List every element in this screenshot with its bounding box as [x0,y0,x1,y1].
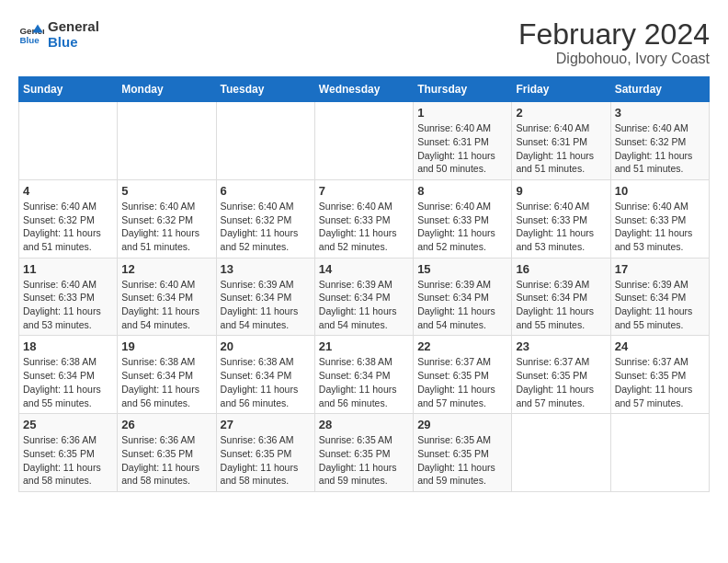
calendar-cell: 25Sunrise: 6:36 AMSunset: 6:35 PMDayligh… [19,414,118,492]
day-number: 23 [516,339,606,353]
day-info: Sunrise: 6:39 AMSunset: 6:34 PMDaylight:… [417,278,507,332]
calendar-table: SundayMondayTuesdayWednesdayThursdayFrid… [18,76,710,492]
day-number: 12 [121,262,211,276]
calendar-cell: 21Sunrise: 6:38 AMSunset: 6:34 PMDayligh… [314,336,413,414]
page-header: General Blue General Blue February 2024 … [18,18,710,67]
day-info: Sunrise: 6:40 AMSunset: 6:34 PMDaylight:… [121,278,211,332]
calendar-title: February 2024 [518,18,710,51]
weekday-header-monday: Monday [118,77,216,102]
day-number: 11 [23,262,113,276]
day-number: 21 [319,339,409,353]
day-number: 19 [121,339,211,353]
weekday-header-thursday: Thursday [414,77,512,102]
logo-general: General [48,18,99,34]
day-info: Sunrise: 6:40 AMSunset: 6:32 PMDaylight:… [615,121,705,176]
calendar-cell: 15Sunrise: 6:39 AMSunset: 6:34 PMDayligh… [414,258,512,336]
calendar-cell: 28Sunrise: 6:35 AMSunset: 6:35 PMDayligh… [314,414,413,492]
day-info: Sunrise: 6:37 AMSunset: 6:35 PMDaylight:… [615,355,705,409]
logo: General Blue General Blue [18,18,99,50]
day-info: Sunrise: 6:39 AMSunset: 6:34 PMDaylight:… [615,278,705,332]
day-number: 16 [516,262,606,276]
day-info: Sunrise: 6:40 AMSunset: 6:33 PMDaylight:… [615,200,705,254]
day-number: 9 [516,184,606,198]
weekday-header-row: SundayMondayTuesdayWednesdayThursdayFrid… [19,77,710,102]
logo-blue: Blue [48,34,99,50]
day-info: Sunrise: 6:40 AMSunset: 6:33 PMDaylight:… [23,278,113,332]
day-number: 25 [23,418,113,431]
calendar-cell: 9Sunrise: 6:40 AMSunset: 6:33 PMDaylight… [512,179,610,258]
weekday-header-wednesday: Wednesday [314,77,413,102]
day-info: Sunrise: 6:40 AMSunset: 6:33 PMDaylight:… [319,200,409,254]
day-info: Sunrise: 6:38 AMSunset: 6:34 PMDaylight:… [121,355,211,409]
day-info: Sunrise: 6:38 AMSunset: 6:34 PMDaylight:… [319,355,409,409]
day-info: Sunrise: 6:35 AMSunset: 6:35 PMDaylight:… [319,433,409,488]
calendar-cell: 7Sunrise: 6:40 AMSunset: 6:33 PMDaylight… [314,179,413,258]
day-info: Sunrise: 6:37 AMSunset: 6:35 PMDaylight:… [516,355,606,409]
day-number: 29 [417,418,507,431]
day-info: Sunrise: 6:39 AMSunset: 6:34 PMDaylight:… [221,278,311,332]
title-block: February 2024 Digbohouo, Ivory Coast [518,18,710,67]
calendar-cell: 4Sunrise: 6:40 AMSunset: 6:32 PMDaylight… [19,179,118,258]
calendar-cell: 12Sunrise: 6:40 AMSunset: 6:34 PMDayligh… [118,258,216,336]
day-number: 27 [221,418,311,431]
day-number: 22 [417,339,507,353]
calendar-cell: 18Sunrise: 6:38 AMSunset: 6:34 PMDayligh… [19,336,118,414]
day-number: 28 [319,418,409,431]
day-number: 15 [417,262,507,276]
day-number: 2 [516,106,606,120]
day-info: Sunrise: 6:40 AMSunset: 6:33 PMDaylight:… [417,200,507,254]
calendar-cell: 3Sunrise: 6:40 AMSunset: 6:32 PMDaylight… [610,102,709,180]
calendar-cell: 16Sunrise: 6:39 AMSunset: 6:34 PMDayligh… [512,258,610,336]
calendar-week-5: 25Sunrise: 6:36 AMSunset: 6:35 PMDayligh… [19,414,710,492]
calendar-cell: 5Sunrise: 6:40 AMSunset: 6:32 PMDaylight… [118,179,216,258]
day-info: Sunrise: 6:37 AMSunset: 6:35 PMDaylight:… [417,355,507,409]
day-info: Sunrise: 6:38 AMSunset: 6:34 PMDaylight:… [23,355,113,409]
calendar-cell: 19Sunrise: 6:38 AMSunset: 6:34 PMDayligh… [118,336,216,414]
day-info: Sunrise: 6:40 AMSunset: 6:32 PMDaylight:… [23,200,113,254]
calendar-cell: 20Sunrise: 6:38 AMSunset: 6:34 PMDayligh… [216,336,314,414]
calendar-subtitle: Digbohouo, Ivory Coast [518,51,710,67]
day-info: Sunrise: 6:39 AMSunset: 6:34 PMDaylight:… [319,278,409,332]
svg-text:Blue: Blue [19,35,40,45]
calendar-cell: 22Sunrise: 6:37 AMSunset: 6:35 PMDayligh… [414,336,512,414]
calendar-cell [610,414,709,492]
calendar-cell: 17Sunrise: 6:39 AMSunset: 6:34 PMDayligh… [610,258,709,336]
logo-icon: General Blue [18,21,44,47]
day-number: 1 [417,106,507,120]
calendar-cell: 26Sunrise: 6:36 AMSunset: 6:35 PMDayligh… [118,414,216,492]
calendar-week-3: 11Sunrise: 6:40 AMSunset: 6:33 PMDayligh… [19,258,710,336]
day-number: 6 [221,184,311,198]
day-info: Sunrise: 6:36 AMSunset: 6:35 PMDaylight:… [221,433,311,488]
calendar-cell [118,102,216,180]
calendar-cell: 8Sunrise: 6:40 AMSunset: 6:33 PMDaylight… [414,179,512,258]
day-info: Sunrise: 6:39 AMSunset: 6:34 PMDaylight:… [516,278,606,332]
day-number: 4 [23,184,113,198]
day-number: 5 [121,184,211,198]
calendar-week-2: 4Sunrise: 6:40 AMSunset: 6:32 PMDaylight… [19,179,710,258]
day-number: 20 [221,339,311,353]
weekday-header-friday: Friday [512,77,610,102]
calendar-cell: 23Sunrise: 6:37 AMSunset: 6:35 PMDayligh… [512,336,610,414]
day-number: 18 [23,339,113,353]
day-number: 14 [319,262,409,276]
day-info: Sunrise: 6:40 AMSunset: 6:31 PMDaylight:… [516,121,606,176]
calendar-cell: 6Sunrise: 6:40 AMSunset: 6:32 PMDaylight… [216,179,314,258]
day-info: Sunrise: 6:36 AMSunset: 6:35 PMDaylight:… [121,433,211,488]
calendar-cell: 11Sunrise: 6:40 AMSunset: 6:33 PMDayligh… [19,258,118,336]
day-info: Sunrise: 6:40 AMSunset: 6:31 PMDaylight:… [417,121,507,176]
day-number: 24 [615,339,705,353]
calendar-cell [216,102,314,180]
calendar-cell: 13Sunrise: 6:39 AMSunset: 6:34 PMDayligh… [216,258,314,336]
calendar-cell [19,102,118,180]
weekday-header-saturday: Saturday [610,77,709,102]
weekday-header-sunday: Sunday [19,77,118,102]
calendar-cell: 10Sunrise: 6:40 AMSunset: 6:33 PMDayligh… [610,179,709,258]
day-number: 3 [615,106,705,120]
day-info: Sunrise: 6:35 AMSunset: 6:35 PMDaylight:… [417,433,507,488]
day-number: 7 [319,184,409,198]
calendar-week-1: 1Sunrise: 6:40 AMSunset: 6:31 PMDaylight… [19,102,710,180]
day-number: 13 [221,262,311,276]
calendar-cell: 1Sunrise: 6:40 AMSunset: 6:31 PMDaylight… [414,102,512,180]
calendar-cell: 2Sunrise: 6:40 AMSunset: 6:31 PMDaylight… [512,102,610,180]
day-number: 26 [121,418,211,431]
